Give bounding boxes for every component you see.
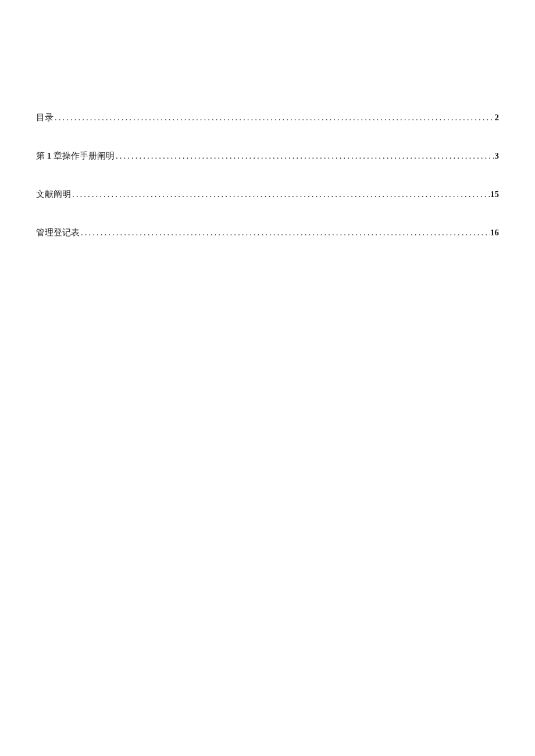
table-of-contents: 目录 .....................................… — [36, 110, 499, 239]
toc-leader: ........................................… — [71, 187, 490, 201]
toc-page-number: 2 — [495, 110, 500, 124]
toc-entry: 管理登记表 ..................................… — [36, 225, 499, 239]
toc-page-number: 3 — [495, 149, 500, 163]
toc-title: 目录 — [36, 110, 54, 124]
toc-leader: ........................................… — [80, 225, 490, 239]
toc-leader: ........................................… — [54, 110, 495, 124]
toc-entry: 文献阐明 ...................................… — [36, 187, 499, 201]
toc-title: 文献阐明 — [36, 187, 71, 201]
toc-entry: 目录 .....................................… — [36, 110, 499, 124]
toc-leader: ........................................… — [115, 149, 495, 163]
toc-title: 管理登记表 — [36, 225, 80, 239]
document-page: 目录 .....................................… — [0, 0, 535, 239]
toc-page-number: 16 — [490, 225, 499, 239]
toc-entry: 第 1 章操作手册阐明 ............................… — [36, 149, 499, 163]
toc-page-number: 15 — [490, 187, 499, 201]
toc-title: 第 1 章操作手册阐明 — [36, 149, 115, 163]
